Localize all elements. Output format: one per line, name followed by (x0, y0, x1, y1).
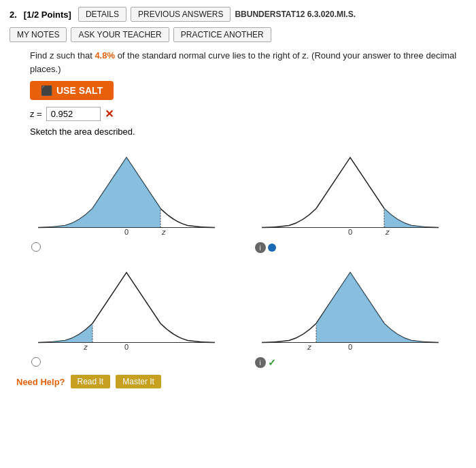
use-salt-label: USE SALT (56, 85, 103, 96)
radio-row-2: i (255, 242, 445, 253)
bell-curve-1: 0 z (31, 142, 222, 241)
radio-row-4: i ✓ (255, 357, 445, 368)
details-button[interactable]: DETAILS (78, 7, 126, 22)
answer-row: z = ✕ (30, 107, 466, 121)
radio-row-1 (31, 242, 222, 252)
salt-area: ⬛ USE SALT (30, 81, 466, 100)
svg-text:0: 0 (347, 343, 352, 351)
graph-4: z 0 (255, 257, 445, 356)
master-it-button[interactable]: Master It (116, 375, 161, 388)
need-help-label: Need Help? (16, 377, 65, 387)
graph-1: 0 z (31, 142, 222, 241)
selected-dot-2 (268, 244, 276, 252)
svg-text:z: z (307, 343, 311, 351)
svg-text:0: 0 (124, 343, 128, 351)
graph-cell-1: 0 z (16, 142, 236, 253)
question-text: Find z such that 4.8% of the standard no… (30, 49, 466, 76)
bell-curve-2: 0 z (255, 142, 445, 241)
svg-text:z: z (161, 228, 166, 236)
svg-text:z: z (83, 343, 88, 351)
course-code: BBUNDERSTAT12 6.3.020.MI.S. (235, 10, 356, 19)
use-salt-button[interactable]: ⬛ USE SALT (30, 81, 114, 100)
question-text-before: Find z such that (30, 50, 95, 61)
question-points: [1/2 Points] (24, 10, 71, 20)
svg-text:0: 0 (347, 228, 352, 236)
practice-another-button[interactable]: PRACTICE ANOTHER (173, 27, 271, 42)
salt-icon: ⬛ (41, 85, 52, 96)
main-page: 2. [1/2 Points] DETAILS PREVIOUS ANSWERS… (0, 0, 476, 468)
graph-3: z 0 (31, 257, 222, 356)
bell-curve-3: z 0 (31, 257, 222, 356)
info-icon-4[interactable]: i (255, 357, 266, 368)
answer-label: z = (30, 109, 42, 119)
read-it-button[interactable]: Read It (71, 375, 111, 388)
radio-3[interactable] (31, 357, 41, 367)
my-notes-button[interactable]: MY NOTES (10, 27, 67, 42)
ask-teacher-button[interactable]: ASK YOUR TEACHER (71, 27, 169, 42)
radio-1[interactable] (31, 242, 41, 252)
graph-2: 0 z (255, 142, 445, 241)
second-bar: MY NOTES ASK YOUR TEACHER PRACTICE ANOTH… (10, 27, 466, 42)
top-bar: 2. [1/2 Points] DETAILS PREVIOUS ANSWERS… (10, 7, 466, 22)
graph-cell-3: z 0 (16, 257, 236, 368)
question-number: 2. (10, 10, 17, 20)
svg-text:z: z (385, 228, 390, 236)
radio-row-3 (31, 357, 222, 367)
bell-curve-4: z 0 (255, 257, 445, 356)
graph-cell-2: 0 z i (240, 142, 460, 253)
svg-text:0: 0 (124, 228, 128, 236)
check-icon-4: ✓ (268, 357, 276, 368)
clear-icon[interactable]: ✕ (105, 107, 114, 120)
info-icon-2[interactable]: i (255, 242, 266, 253)
sketch-label: Sketch the area described. (30, 127, 466, 137)
question-highlight: 4.8% (95, 50, 115, 61)
graphs-area: 0 z (16, 142, 460, 368)
bottom-bar: Need Help? Read It Master It (16, 375, 466, 388)
graph-cell-4: z 0 i ✓ (240, 257, 460, 368)
previous-answers-button[interactable]: PREVIOUS ANSWERS (131, 7, 231, 22)
answer-input[interactable] (46, 107, 101, 121)
